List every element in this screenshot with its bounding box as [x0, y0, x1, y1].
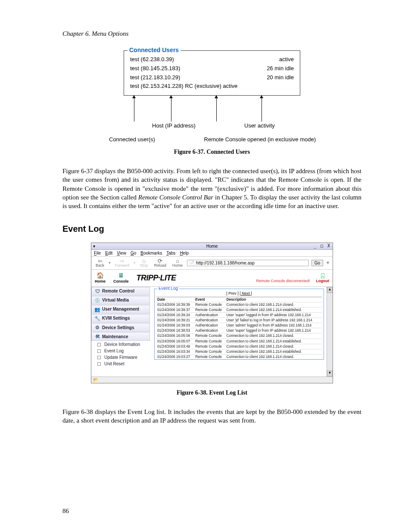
- connected-users-box: Connected Users test (62.238.0.39)active…: [124, 50, 300, 96]
- scrollbar[interactable]: ▲ ▼: [327, 287, 333, 376]
- table-row: 01/24/2006 16:38:53AuthenticationUser 's…: [156, 328, 322, 333]
- section-title-event-log: Event Log: [62, 224, 361, 234]
- sidebar-item-remote-control[interactable]: 🛡Remote Control: [91, 287, 150, 296]
- sidebar-sub-unit-reset[interactable]: Unit Reset: [91, 361, 150, 367]
- scroll-down-icon[interactable]: ▼: [327, 370, 333, 376]
- menu-bookmarks[interactable]: Bookmarks: [140, 251, 162, 255]
- table-row: 01/24/2006 16:39:24AuthenticationUser 's…: [156, 312, 322, 317]
- sidebar-item-maintenance[interactable]: 🛠Maintenance: [91, 332, 150, 341]
- event-log-label: Event Log: [157, 287, 179, 291]
- sidebar: 🛡Remote Control💿Virtual Media👥User Manag…: [91, 287, 150, 376]
- paragraph-2: Figure 6-38 displays the Event Log list.…: [62, 408, 361, 425]
- sidebar-item-virtual-media[interactable]: 💿Virtual Media: [91, 296, 150, 305]
- sidebar-item-label: Remote Control: [102, 289, 134, 293]
- annot-activity-label: User activity: [244, 122, 275, 129]
- tripplite-logo: TRIPP·LITE: [137, 274, 176, 283]
- menu-view[interactable]: View: [117, 251, 126, 255]
- sidebar-item-label: KVM Settings: [102, 316, 130, 320]
- page-number: 86: [62, 507, 69, 515]
- table-row: 01/24/2006 16:03:34Remote ConsoleConnect…: [156, 349, 322, 354]
- annot-connected-users: Connected user(s): [109, 136, 155, 143]
- sidebar-sub-update-firmware[interactable]: Update Firmware: [91, 354, 150, 361]
- statusbar: 📂: [91, 376, 333, 383]
- col-date: Date: [156, 297, 194, 302]
- event-log-panel: Event Log [ Prev ] [ Next ] Date Event D…: [154, 289, 324, 360]
- table-row: 01/24/2006 16:39:21AuthenticationUser 'j…: [156, 318, 322, 323]
- sidebar-item-label: Maintenance: [102, 334, 128, 339]
- back-button[interactable]: ⇦ Back: [94, 258, 106, 268]
- throbber-icon: ✦: [326, 260, 330, 266]
- sidebar-item-label: Device Settings: [102, 325, 134, 330]
- logout-icon: ⍓: [316, 273, 330, 279]
- table-row: 01/24/2006 16:03:49Remote ConsoleConnect…: [156, 344, 322, 349]
- col-desc: Description: [226, 297, 322, 302]
- window-titlebar: ▾ Home _ □ X: [91, 243, 333, 250]
- connected-user-row: test (62.238.0.39)active: [130, 55, 294, 64]
- connected-user-row: test (212.183.10.29)20 min idle: [130, 73, 294, 82]
- main-content: Event Log [ Prev ] [ Next ] Date Event D…: [150, 287, 333, 376]
- forward-dropdown-icon[interactable]: ▾: [134, 261, 136, 265]
- chapter-header: Chapter 6. Menu Options: [62, 30, 361, 37]
- table-row: 01/24/2006 16:39:37Remote ConsoleConnect…: [156, 307, 322, 312]
- forward-button[interactable]: ⇨ Forward: [113, 258, 131, 268]
- home-button[interactable]: ⌂ Home: [171, 258, 184, 268]
- sidebar-icon: 🔧: [94, 316, 100, 321]
- prev-link[interactable]: [ Prev ]: [226, 291, 239, 296]
- next-link[interactable]: [ Next ]: [240, 291, 252, 296]
- table-row: 01/24/2006 16:05:07Remote ConsoleConnect…: [156, 339, 322, 344]
- sidebar-icon: 🛠: [94, 334, 100, 339]
- remote-console-status: Remote Console disconnected!: [256, 279, 310, 283]
- console-icon: 🖥: [118, 272, 124, 279]
- col-event: Event: [194, 297, 225, 302]
- address-bar[interactable]: 📄 http://192.168.1.188/home.asp: [187, 260, 309, 266]
- reload-button[interactable]: ⟳ Reload: [153, 258, 168, 268]
- sidebar-item-kvm-settings[interactable]: 🔧KVM Settings: [91, 314, 150, 323]
- sidebar-item-device-settings[interactable]: ⚙Device Settings: [91, 323, 150, 332]
- annot-rc-mode: Remote Console opened (in exclusive mode…: [204, 136, 316, 143]
- sidebar-sub-event-log[interactable]: Event Log: [91, 348, 150, 354]
- event-log-table: Date Event Description 01/24/2006 16:39:…: [156, 297, 322, 360]
- figure-annotations: Host (IP address) User activity: [124, 96, 300, 134]
- connected-users-label: Connected Users: [128, 47, 181, 53]
- figure-6-37-caption: Figure 6-37. Connected Users: [62, 149, 361, 156]
- sidebar-icon: 👥: [94, 307, 100, 312]
- address-text: http://192.168.1.188/home.asp: [196, 261, 255, 265]
- figure-6-38-caption: Figure 6-38. Event Log List: [62, 389, 361, 396]
- menu-tabs[interactable]: Tabs: [166, 251, 175, 255]
- logout-link[interactable]: ⍓ Logout: [316, 273, 330, 283]
- sidebar-item-user-management[interactable]: 👥User Management: [91, 305, 150, 314]
- sidebar-icon: ⚙: [94, 325, 100, 330]
- page-icon: 📄: [189, 261, 194, 265]
- menu-file[interactable]: File: [94, 251, 101, 255]
- menubar: FileEditViewGoBookmarksTabsHelp: [91, 250, 333, 257]
- app-home-icon: 🏠: [97, 272, 104, 279]
- sidebar-icon: 🛡: [94, 289, 100, 294]
- sidebar-item-label: User Management: [102, 307, 139, 311]
- menu-edit[interactable]: Edit: [105, 251, 112, 255]
- window-controls[interactable]: _ □ X: [314, 243, 331, 248]
- sidebar-sub-device-information[interactable]: Device Information: [91, 341, 150, 348]
- connected-user-row: test (62.153.241.228) RC (exclusive) act…: [130, 82, 294, 91]
- stop-button[interactable]: ⦸ Stop: [138, 258, 150, 268]
- figure-6-38-screenshot: ▾ Home _ □ X FileEditViewGoBookmarksTabs…: [91, 243, 333, 383]
- table-row: 01/24/2006 16:05:08Remote ConsoleConnect…: [156, 333, 322, 339]
- paragraph-1: Figure 6-37 displays the B050-000 activi…: [62, 167, 361, 210]
- toolbar: ⇦ Back ▾ ⇨ Forward ▾ ⦸ Stop ⟳ Reload ⌂ H…: [91, 257, 333, 270]
- app-console-link[interactable]: 🖥 Console: [113, 272, 129, 283]
- sidebar-icon: 💿: [94, 298, 100, 303]
- table-row: 01/24/2006 16:39:39Remote ConsoleConnect…: [156, 302, 322, 307]
- go-button[interactable]: Go: [311, 260, 323, 266]
- annot-host-label: Host (IP address): [152, 122, 196, 129]
- app-header: 🏠 Home 🖥 Console TRIPP·LITE Remote Conso…: [91, 270, 333, 286]
- app-home-link[interactable]: 🏠 Home: [95, 272, 106, 283]
- figure-6-37: Connected Users test (62.238.0.39)active…: [124, 50, 300, 143]
- menu-go[interactable]: Go: [131, 251, 136, 255]
- table-row: 01/24/2006 16:03:27Remote ConsoleConnect…: [156, 354, 322, 359]
- scroll-up-icon[interactable]: ▲: [327, 287, 333, 293]
- back-dropdown-icon[interactable]: ▾: [109, 261, 111, 265]
- menu-help[interactable]: Help: [180, 251, 189, 255]
- connected-user-row: test (80.145.25.183)26 min idle: [130, 64, 294, 73]
- system-menu-icon[interactable]: ▾: [93, 244, 95, 249]
- status-icon: 📂: [93, 377, 98, 382]
- sidebar-item-label: Virtual Media: [102, 298, 129, 302]
